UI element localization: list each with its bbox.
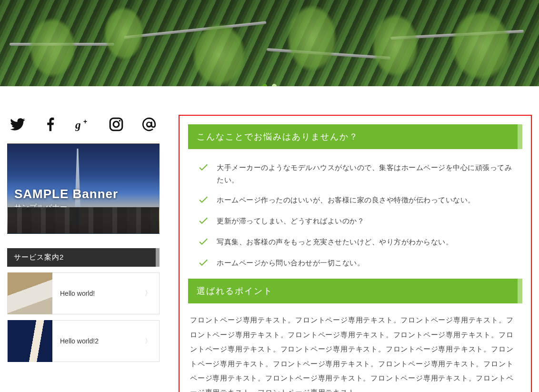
chevron-right-icon: 〉 [145, 337, 159, 345]
heading-points: 選ばれるポイント [188, 279, 522, 303]
slider-dot-1[interactable] [262, 84, 267, 86]
main-column: こんなことでお悩みはありませんか？ 大手メーカーのようなモデルハウスがないので、… [179, 115, 532, 392]
worry-text: 更新が滞ってしまい、どうすればよいのか？ [217, 215, 513, 227]
banner-title: SAMPLE Banner [14, 187, 118, 201]
svg-text:g: g [75, 119, 81, 131]
check-icon [198, 194, 210, 207]
heading-worries: こんなことでお悩みはありませんか？ [188, 124, 522, 149]
slider-dot-2[interactable] [272, 84, 277, 86]
worry-text: ホームページ作ったのはいいが、お客様に家の良さや特徴が伝わっていない。 [217, 194, 513, 206]
check-icon [198, 161, 210, 175]
service-list: Hello world! 〉 Hello world!2 〉 [7, 272, 160, 362]
worry-item: 大手メーカーのようなモデルハウスがないので、集客はホームページを中心に頑張ってみ… [198, 158, 513, 190]
check-icon [198, 257, 210, 270]
svg-point-4 [119, 120, 120, 122]
service-thumb-2 [8, 320, 52, 362]
svg-text:+: + [83, 118, 87, 125]
worry-item: ホームページ作ったのはいいが、お客様に家の良さや特徴が伝わっていない。 [198, 190, 513, 211]
points-paragraph: フロントページ専用テキスト。フロントページ専用テキスト。フロントページ専用テキス… [188, 303, 522, 392]
worry-item: 更新が滞ってしまい、どうすればよいのか？ [198, 211, 513, 232]
worry-list: 大手メーカーのようなモデルハウスがないので、集客はホームページを中心に頑張ってみ… [188, 149, 522, 279]
chevron-right-icon: 〉 [145, 289, 159, 298]
worry-text: ホームページから問い合わせが一切こない。 [217, 257, 513, 269]
hero-slider [0, 0, 539, 86]
social-row: g+ [7, 115, 160, 143]
worry-item: ホームページから問い合わせが一切こない。 [198, 253, 513, 274]
worry-item: 写真集、お客様の声をもっと充実させたいけど、やり方がわからない。 [198, 232, 513, 253]
svg-rect-2 [110, 118, 122, 131]
sample-banner[interactable]: SAMPLE Banner サンプルバナー [7, 143, 160, 234]
slider-dots [0, 80, 539, 86]
instagram-icon[interactable] [107, 115, 125, 134]
check-icon [198, 215, 210, 228]
svg-point-3 [113, 121, 119, 127]
service-label-2: Hello world!2 [52, 337, 145, 345]
sidebar: g+ SAMPLE Banner サンプルバナー サービス案内2 Hello w… [7, 115, 160, 392]
at-icon[interactable] [140, 115, 158, 134]
service-item-2[interactable]: Hello world!2 〉 [7, 320, 160, 362]
worry-text: 大手メーカーのようなモデルハウスがないので、集客はホームページを中心に頑張ってみ… [217, 161, 513, 186]
highlighted-block: こんなことでお悩みはありませんか？ 大手メーカーのようなモデルハウスがないので、… [179, 115, 532, 392]
check-icon [198, 236, 210, 249]
facebook-icon[interactable] [42, 115, 60, 134]
service-thumb-1 [8, 272, 52, 314]
banner-subtitle: サンプルバナー [14, 203, 68, 212]
googleplus-icon[interactable]: g+ [75, 115, 92, 134]
twitter-icon[interactable] [9, 115, 27, 134]
service-label-1: Hello world! [52, 290, 145, 297]
service-item-1[interactable]: Hello world! 〉 [7, 272, 160, 314]
sidebar-section-title: サービス案内2 [7, 248, 160, 267]
worry-text: 写真集、お客様の声をもっと充実させたいけど、やり方がわからない。 [217, 236, 513, 248]
